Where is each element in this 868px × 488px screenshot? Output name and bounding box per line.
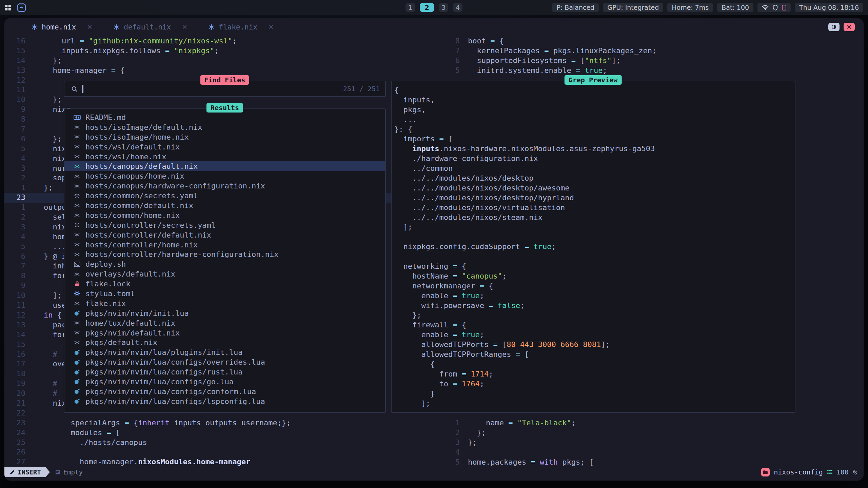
- result-item[interactable]: hosts/isoImage/home.nix: [64, 132, 385, 142]
- tab-close-icon[interactable]: [269, 25, 273, 29]
- preview-line: imports = [: [394, 134, 795, 144]
- result-item[interactable]: pkgs/nvim/nvim/lua/configs/rust.lua: [64, 367, 385, 377]
- nix-icon: [72, 144, 82, 150]
- editor-pane-right-bottom[interactable]: 1 name = "Tela-black";2 };3};45home.pack…: [446, 418, 864, 467]
- line-number: 9: [4, 281, 25, 291]
- desktop: 1234 P: BalancedGPU: IntegratedHome: 7ms…: [0, 0, 868, 488]
- result-item[interactable]: hosts/controller/secrets.yaml: [64, 220, 385, 230]
- code-line: 5home.packages = with pkgs; [: [446, 458, 864, 467]
- line-number: 14: [4, 330, 25, 340]
- preview-line: [394, 232, 795, 242]
- result-item[interactable]: hosts/common/default.nix: [64, 201, 385, 210]
- result-item[interactable]: pkgs/nvim/nvim/lua/plugins/init.lua: [64, 347, 385, 357]
- result-item[interactable]: pkgs/nvim/nvim/lua/configs/conform.lua: [64, 387, 385, 396]
- result-filename: pkgs/nvim/nvim/lua/configs/lspconfig.lua: [85, 397, 265, 406]
- editor-pane-right-top[interactable]: 8boot = {7 kernelPackages = pkgs.linuxPa…: [446, 36, 864, 76]
- result-filename: hosts/controller/home.nix: [85, 241, 198, 249]
- code-line: 16 url = "github:nix-community/nixos-wsl…: [4, 36, 446, 46]
- buffer-indicator: Empty: [55, 468, 83, 476]
- toggle-button[interactable]: [828, 23, 840, 31]
- yaml-icon: [72, 222, 82, 228]
- nix-icon: [72, 251, 82, 258]
- result-item[interactable]: pkgs/default.nix: [64, 338, 385, 347]
- result-item[interactable]: hosts/canopus/home.nix: [64, 171, 385, 181]
- code-text: outpu: [44, 203, 66, 212]
- line-number: 3: [4, 222, 25, 232]
- code-text: };: [468, 438, 477, 448]
- result-item[interactable]: hosts/controller/home.nix: [64, 240, 385, 250]
- lua-icon: [72, 389, 82, 394]
- line-number: 25: [4, 438, 25, 448]
- result-item[interactable]: overlays/default.nix: [64, 269, 385, 279]
- tab-default.nix[interactable]: default.nix: [114, 23, 187, 31]
- preview-line: ../../modules/nixos/steam.nix: [394, 213, 795, 223]
- code-text: kernelPackages = pkgs.linuxPackages_zen;: [468, 46, 656, 56]
- result-item[interactable]: hosts/wsl/default.nix: [64, 142, 385, 152]
- nix-icon: [72, 320, 82, 326]
- preview-line: pkgs,: [394, 105, 795, 115]
- result-item[interactable]: hosts/common/home.nix: [64, 210, 385, 220]
- workspace-button-3[interactable]: 3: [439, 3, 448, 12]
- scroll-position: 100 %: [836, 468, 857, 476]
- result-item[interactable]: pkgs/nvim/nvim/lua/configs/lspconfig.lua: [64, 396, 385, 406]
- result-item[interactable]: hosts/canopus/default.nix: [64, 161, 385, 171]
- workspace-button-1[interactable]: 1: [406, 3, 415, 12]
- line-number: 5: [4, 144, 25, 154]
- result-item[interactable]: README.md: [64, 113, 385, 122]
- close-button[interactable]: [844, 23, 855, 31]
- line-number: 23: [4, 193, 25, 203]
- tab-label: flake.nix: [219, 23, 257, 31]
- result-item[interactable]: hosts/controller/hardware-configuration.…: [64, 249, 385, 259]
- line-number: 7: [4, 261, 25, 271]
- result-item[interactable]: hosts/wsl/home.nix: [64, 152, 385, 162]
- code-text: inputs.nixpkgs.follows = "nixpkgs";: [44, 46, 219, 56]
- line-number: 2: [446, 428, 460, 438]
- preview-line: }: {: [394, 125, 795, 135]
- result-item[interactable]: pkgs/nvim/nvim/init.lua: [64, 308, 385, 318]
- result-item[interactable]: home/tux/default.nix: [64, 318, 385, 328]
- tab-home.nix[interactable]: home.nix: [32, 23, 92, 31]
- focused-app-icon[interactable]: [17, 3, 26, 12]
- wifi-icon[interactable]: [762, 5, 769, 10]
- shield-icon[interactable]: [773, 5, 778, 11]
- preview-line: networking = {: [394, 262, 795, 271]
- workspace-button-2[interactable]: 2: [420, 3, 434, 12]
- result-item[interactable]: pkgs/nvim/nvim/lua/configs/go.lua: [64, 377, 385, 387]
- result-item[interactable]: pkgs/nvim/nvim/lua/configs/overrides.lua: [64, 357, 385, 367]
- result-item[interactable]: stylua.toml: [64, 289, 385, 299]
- code-text: boot = {: [468, 36, 504, 46]
- phone-icon[interactable]: [782, 5, 786, 11]
- finder-preview-panel: { inputs, pkgs, ...}: { imports = [ inpu…: [391, 81, 795, 413]
- tab-close-icon[interactable]: [87, 25, 92, 29]
- line-number: 6: [446, 56, 460, 66]
- result-item[interactable]: pkgs/nvim/default.nix: [64, 328, 385, 338]
- search-icon: [71, 86, 78, 92]
- results-list: README.mdhosts/isoImage/default.nixhosts…: [64, 113, 385, 406]
- result-item[interactable]: hosts/isoImage/default.nix: [64, 122, 385, 132]
- sh-icon: [72, 262, 82, 267]
- code-text: };: [44, 183, 53, 193]
- apps-grid-icon[interactable]: [5, 4, 11, 11]
- result-item[interactable]: flake.nix: [64, 299, 385, 308]
- line-number: 4: [446, 448, 460, 458]
- result-item[interactable]: flake.lock: [64, 279, 385, 289]
- result-item[interactable]: hosts/common/secrets.yaml: [64, 191, 385, 201]
- code-text: home.packages = with pkgs; [: [468, 458, 594, 467]
- code-text: };: [468, 428, 486, 438]
- tab-close-icon[interactable]: [182, 25, 187, 29]
- code-text: in {: [44, 310, 62, 320]
- tray-icons: [757, 3, 791, 12]
- code-line: 1 name = "Tela-black";: [446, 418, 864, 428]
- tab-flake.nix[interactable]: flake.nix: [209, 23, 273, 31]
- preview-line: };: [394, 310, 795, 320]
- code-text: nix: [44, 222, 66, 232]
- workspace-button-4[interactable]: 4: [453, 3, 462, 12]
- preview-content: { inputs, pkgs, ...}: { imports = [ inpu…: [394, 85, 795, 408]
- toml-icon: [72, 290, 82, 297]
- result-filename: pkgs/nvim/nvim/lua/configs/overrides.lua: [85, 358, 265, 366]
- result-filename: overlays/default.nix: [85, 270, 175, 278]
- result-item[interactable]: hosts/canopus/hardware-configuration.nix: [64, 181, 385, 191]
- result-item[interactable]: hosts/controller/default.nix: [64, 230, 385, 240]
- result-item[interactable]: deploy.sh: [64, 259, 385, 269]
- preview-line: nixpkgs.config.cudaSupport = true;: [394, 242, 795, 252]
